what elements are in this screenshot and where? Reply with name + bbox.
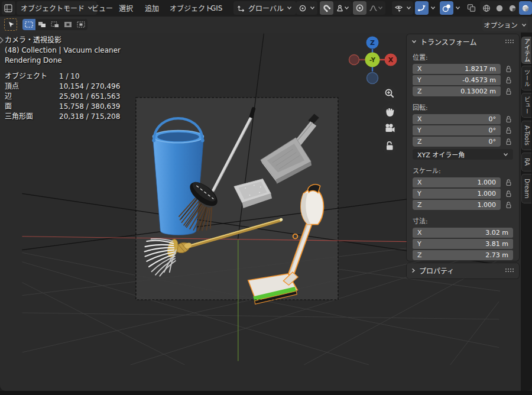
chevron-down-icon <box>411 40 417 44</box>
scale-x-row: X1.000 <box>413 177 513 187</box>
zoom-button[interactable] <box>382 86 397 101</box>
menu-gis[interactable]: GIS <box>206 1 226 15</box>
tab-ra[interactable]: RA <box>521 153 531 171</box>
active-tool-tweak-button[interactable] <box>4 18 17 31</box>
chevron-down-icon <box>287 6 292 10</box>
shading-material-button[interactable] <box>506 1 519 15</box>
dimensions-z-field[interactable]: Z2.73 m <box>413 250 513 260</box>
show-gizmo-toggle[interactable] <box>415 1 429 15</box>
transform-panel-header[interactable]: トランスフォーム <box>407 34 519 48</box>
gizmo-neg-y-ball[interactable]: -Y <box>365 53 380 67</box>
orientation-label: グローバル <box>248 3 284 13</box>
visibility-dropdown[interactable] <box>392 1 413 15</box>
lock-view-button[interactable] <box>382 139 397 154</box>
rotation-x-field[interactable]: X0° <box>413 114 501 124</box>
svg-text:Z: Z <box>370 39 375 47</box>
tab-item[interactable]: アイテム <box>521 37 531 64</box>
chevron-down-icon <box>406 6 411 10</box>
select-mode-new-button[interactable] <box>22 19 35 30</box>
snap-toggle-button[interactable] <box>320 1 333 15</box>
viewport-3d[interactable]: カメラ・透視投影 (48) Collection | Vacuum cleane… <box>0 33 532 391</box>
navigation-gizmo: Z X -Y <box>346 34 405 158</box>
proportional-falloff-dropdown[interactable] <box>366 1 385 15</box>
location-z-lock[interactable] <box>504 88 513 95</box>
camera-view-button[interactable] <box>382 121 397 137</box>
mode-dropdown[interactable]: オブジェクトモード <box>17 1 97 15</box>
gizmo-options-dropdown[interactable] <box>429 1 437 15</box>
svg-text:X: X <box>388 56 394 64</box>
dimensions-x-row: X3.02 m <box>413 228 513 238</box>
location-x-lock[interactable] <box>504 66 513 73</box>
scale-x-field[interactable]: X1.000 <box>413 177 501 187</box>
scale-y-lock[interactable] <box>504 190 513 198</box>
toolbar-expand-arrow[interactable] <box>0 36 4 44</box>
xray-toggle[interactable] <box>465 1 478 15</box>
gizmo-neg-z-ball[interactable] <box>367 73 378 84</box>
options-dropdown[interactable]: オプション <box>482 18 528 31</box>
tab-a-tools[interactable]: A-Tools <box>521 121 531 150</box>
scale-z-lock[interactable] <box>504 202 513 209</box>
shading-wireframe-button[interactable] <box>480 1 493 15</box>
scale-x-lock[interactable] <box>504 179 513 186</box>
drag-handle-icon[interactable] <box>505 39 514 44</box>
location-x-row: X1.8217 m <box>413 64 513 74</box>
proportional-edit-toggle[interactable] <box>353 1 366 15</box>
gizmo-x-ball[interactable]: X <box>385 54 397 66</box>
scale-y-field[interactable]: Y1.000 <box>413 189 501 199</box>
chevron-down-icon <box>430 6 436 10</box>
select-mode-invert-button[interactable] <box>61 19 74 30</box>
gizmo-z-ball[interactable]: Z <box>366 37 379 49</box>
dimensions-x-field[interactable]: X3.02 m <box>413 228 513 238</box>
svg-text:-Y: -Y <box>369 57 376 63</box>
drag-handle-icon[interactable] <box>505 268 514 273</box>
menu-view[interactable]: ビュー <box>87 1 117 15</box>
tab-tool[interactable]: ツール <box>521 66 531 90</box>
stat-vertices: 頂点10,154 / 270,496 <box>5 82 121 92</box>
menu-select[interactable]: 選択 <box>115 1 137 15</box>
gizmo-neg-x-ball[interactable] <box>349 55 359 65</box>
stat-triangles: 三角形面20,318 / 715,208 <box>5 112 121 122</box>
chevron-down-icon <box>344 6 349 10</box>
properties-panel-header[interactable]: プロパティ <box>407 263 519 277</box>
select-mode-intersect-button[interactable] <box>74 19 87 30</box>
location-y-lock[interactable] <box>504 77 513 84</box>
window-bottom-edge <box>0 391 532 395</box>
location-x-field[interactable]: X1.8217 m <box>413 64 501 74</box>
rotation-mode-dropdown[interactable]: XYZ オイラー角 <box>413 149 513 160</box>
tab-dream[interactable]: Dream <box>521 174 531 203</box>
chevron-down-icon <box>524 6 529 10</box>
pan-button[interactable] <box>382 103 397 119</box>
menu-add[interactable]: 追加 <box>141 1 163 15</box>
tab-view[interactable]: ビュー <box>521 93 531 118</box>
location-y-field[interactable]: Y-0.4573 m <box>413 75 501 85</box>
rotation-y-lock[interactable] <box>504 127 513 134</box>
rotation-z-field[interactable]: Z0° <box>413 137 501 147</box>
scale-y-row: Y1.000 <box>413 189 513 199</box>
select-mode-subtract-button[interactable] <box>48 19 61 30</box>
editor-type-button[interactable] <box>2 1 15 15</box>
falloff-curve-icon <box>369 4 378 12</box>
rotation-y-field[interactable]: Y0° <box>413 125 501 135</box>
scale-z-field[interactable]: Z1.000 <box>413 200 501 210</box>
chevron-right-icon <box>411 268 416 273</box>
show-overlays-toggle[interactable] <box>440 1 453 15</box>
transform-orientation-dropdown[interactable]: グローバル <box>233 1 296 15</box>
stat-edges: 辺25,901 / 651,563 <box>5 92 121 102</box>
location-z-field[interactable]: Z0.13002 m <box>413 86 501 96</box>
rotation-z-lock[interactable] <box>504 138 513 145</box>
overlays-options-dropdown[interactable] <box>453 1 462 15</box>
select-mode-group <box>22 19 87 30</box>
snap-settings-dropdown[interactable] <box>333 1 352 15</box>
pivot-point-dropdown[interactable] <box>296 1 317 15</box>
wireframe-sphere-icon <box>482 4 491 12</box>
select-invert-icon <box>64 21 72 28</box>
magnet-icon <box>322 4 331 12</box>
topbar-overflow-chevron[interactable] <box>524 1 532 15</box>
properties-panel: プロパティ <box>407 263 519 279</box>
rotation-x-lock[interactable] <box>504 116 513 123</box>
shading-solid-button[interactable] <box>493 1 506 15</box>
select-mode-extend-button[interactable] <box>35 19 48 30</box>
mode-label: オブジェクトモード <box>21 3 85 13</box>
rotation-label: 回転: <box>413 102 513 112</box>
dimensions-y-field[interactable]: Y3.81 m <box>413 239 513 249</box>
